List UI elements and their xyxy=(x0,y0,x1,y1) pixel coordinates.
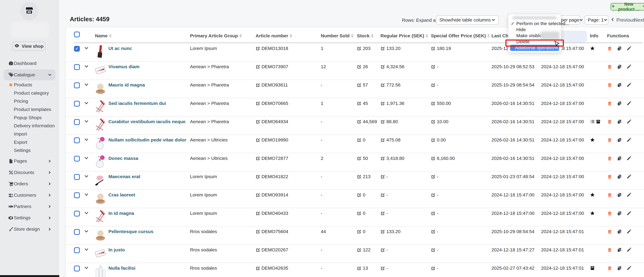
edit-button[interactable] xyxy=(626,101,632,106)
edit-icon[interactable] xyxy=(380,229,385,234)
edit-icon[interactable] xyxy=(431,266,436,271)
row-checkbox[interactable] xyxy=(74,192,80,198)
delete-button[interactable] xyxy=(607,101,612,106)
edit-icon[interactable] xyxy=(431,229,436,234)
product-name-link[interactable]: Vivamus diam xyxy=(108,61,140,78)
menu-item-additional-operations-[interactable]: Additional operations... xyxy=(510,45,559,51)
edit-icon[interactable] xyxy=(380,46,385,51)
edit-icon[interactable] xyxy=(357,119,362,124)
delete-button[interactable] xyxy=(607,247,612,253)
edit-button[interactable] xyxy=(626,192,632,198)
edit-icon[interactable] xyxy=(380,266,385,271)
edit-icon[interactable] xyxy=(357,101,362,106)
expand-row-icon[interactable] xyxy=(84,156,95,160)
edit-icon[interactable] xyxy=(380,248,385,252)
edit-icon[interactable] xyxy=(357,211,362,216)
row-checkbox[interactable] xyxy=(74,101,80,107)
expand-row-icon[interactable] xyxy=(84,64,95,69)
edit-button[interactable] xyxy=(626,137,632,143)
edit-button[interactable] xyxy=(626,266,632,271)
select-all-checkbox[interactable] xyxy=(74,31,80,37)
edit-icon[interactable] xyxy=(431,64,436,69)
expand-row-icon[interactable] xyxy=(84,211,95,215)
duplicate-button[interactable] xyxy=(617,174,622,179)
delete-button[interactable] xyxy=(607,266,612,271)
expand-row-icon[interactable] xyxy=(84,137,95,142)
edit-icon[interactable] xyxy=(357,83,362,87)
sidebar-item-discounts[interactable]: Discounts xyxy=(0,168,59,177)
row-checkbox[interactable] xyxy=(74,211,80,217)
delete-button[interactable] xyxy=(607,211,612,216)
expand-row-icon[interactable] xyxy=(84,82,95,87)
edit-icon[interactable] xyxy=(431,156,436,161)
page-select[interactable]: Page: 1 xyxy=(584,15,608,24)
delete-button[interactable] xyxy=(607,174,612,179)
duplicate-button[interactable] xyxy=(617,229,622,234)
edit-icon[interactable] xyxy=(431,138,436,142)
edit-button[interactable] xyxy=(626,211,632,216)
new-product-button[interactable]: New product ... xyxy=(610,3,644,10)
edit-icon[interactable] xyxy=(431,119,436,124)
previous-page-button[interactable]: Previous xyxy=(610,17,635,23)
edit-icon[interactable] xyxy=(357,64,362,69)
edit-icon[interactable] xyxy=(380,156,385,161)
product-name-link[interactable]: Nulla facilisi xyxy=(108,263,135,277)
product-name-link[interactable]: Maecenas erat xyxy=(108,171,140,188)
column-header-regular[interactable]: Regular Price (SEK) xyxy=(380,31,431,38)
duplicate-button[interactable] xyxy=(617,156,622,161)
row-checkbox[interactable] xyxy=(74,64,80,70)
sidebar-subitem-products[interactable]: Products xyxy=(0,81,59,89)
sidebar-item-customers[interactable]: Customers xyxy=(0,191,59,199)
product-name-link[interactable]: Ut ac nunc xyxy=(108,43,132,60)
sidebar-item-partners[interactable]: Partners xyxy=(0,202,59,211)
row-checkbox[interactable] xyxy=(74,137,80,143)
column-header-sold[interactable]: Number Sold xyxy=(321,31,357,38)
expand-row-icon[interactable] xyxy=(84,119,95,124)
expand-row-icon[interactable] xyxy=(84,247,95,252)
expand-row-icon[interactable] xyxy=(84,101,95,105)
product-name-link[interactable]: Mauris id magna xyxy=(108,80,145,97)
row-checkbox[interactable] xyxy=(74,156,80,162)
menu-item-perform-on-the-selected-[interactable]: ✓Perform on the selected... xyxy=(508,20,561,27)
product-name-link[interactable]: Pellentesque cursus xyxy=(108,226,154,243)
sidebar-item-store-design[interactable]: Store design xyxy=(0,225,59,233)
sidebar-subitem-import[interactable]: Import xyxy=(0,130,59,138)
show-hide-columns-select[interactable]: Show/hide table columns xyxy=(436,15,498,24)
product-name-link[interactable]: Donec massa xyxy=(108,153,138,170)
product-name-link[interactable]: Curabitur vestibulum iaculis neque xyxy=(108,116,186,133)
edit-icon[interactable] xyxy=(380,193,385,197)
column-header-stock[interactable]: Stock xyxy=(357,31,380,38)
edit-button[interactable] xyxy=(626,229,632,234)
edit-icon[interactable] xyxy=(357,266,362,271)
duplicate-button[interactable] xyxy=(617,266,622,271)
edit-icon[interactable] xyxy=(380,101,385,106)
edit-icon[interactable] xyxy=(431,174,436,179)
edit-button[interactable] xyxy=(626,174,632,179)
edit-icon[interactable] xyxy=(357,174,362,179)
delete-button[interactable] xyxy=(607,192,612,198)
edit-icon[interactable] xyxy=(357,156,362,161)
sidebar-subitem-popup-shops[interactable]: Popup Shops xyxy=(0,113,59,122)
column-header-group[interactable]: Primary Article Group xyxy=(190,31,256,38)
edit-icon[interactable] xyxy=(380,138,385,142)
sidebar-item-dashboard[interactable]: Dashboard xyxy=(0,59,59,68)
sidebar-subitem-product-templates[interactable]: Product templates xyxy=(0,105,59,114)
row-checkbox[interactable] xyxy=(74,174,80,180)
row-checkbox[interactable] xyxy=(74,82,80,88)
row-checkbox[interactable] xyxy=(74,266,80,272)
sidebar-subitem-pricing[interactable]: Pricing xyxy=(0,97,59,105)
edit-icon[interactable] xyxy=(357,46,362,51)
sidebar-subitem-settings[interactable]: Settings xyxy=(0,146,59,155)
product-name-link[interactable]: In justo xyxy=(108,245,125,262)
edit-icon[interactable] xyxy=(431,193,436,197)
edit-button[interactable] xyxy=(626,82,632,88)
edit-icon[interactable] xyxy=(380,64,385,69)
column-header-article[interactable]: Article number xyxy=(256,31,321,38)
row-checkbox[interactable] xyxy=(74,247,80,253)
sidebar-item-settings[interactable]: Settings xyxy=(0,214,59,222)
expand-row-icon[interactable] xyxy=(84,174,95,179)
product-name-link[interactable]: In id magna xyxy=(108,208,134,225)
edit-icon[interactable] xyxy=(431,101,436,106)
edit-button[interactable] xyxy=(626,64,632,69)
edit-icon[interactable] xyxy=(380,174,385,179)
